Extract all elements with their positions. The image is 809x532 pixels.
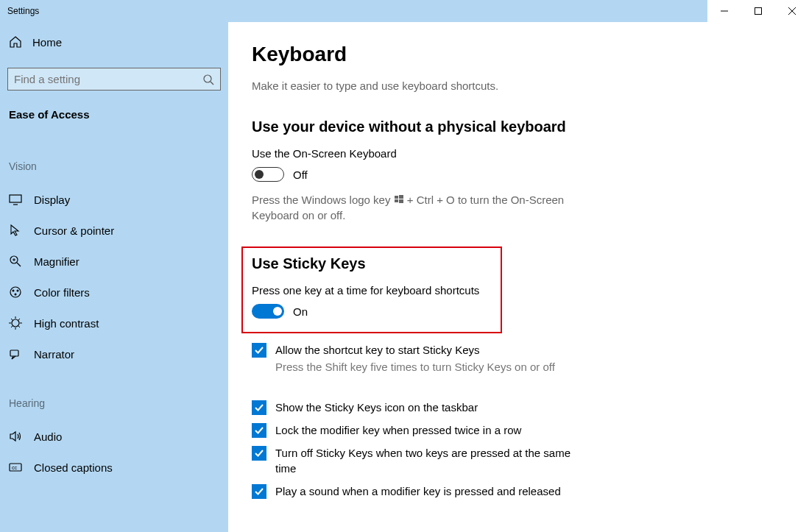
window-controls [707,0,809,22]
toggle-state-text: Off [293,169,308,181]
svg-line-21 [11,319,13,320]
sidebar-item-label: Audio [34,430,62,443]
turnoff-twokeys-checkbox[interactable] [252,446,266,461]
main-content: Keyboard Make it easier to type and use … [228,22,809,532]
sidebar-item-label: Display [34,194,70,206]
home-nav[interactable]: Home [7,29,221,54]
high-contrast-icon [9,316,22,330]
svg-point-15 [15,294,17,296]
sidebar-item-closed-captions[interactable]: cc Closed captions [7,452,221,483]
svg-text:cc: cc [12,465,18,470]
titlebar: Settings [0,0,809,22]
group-label-vision: Vision [7,156,221,177]
display-icon [9,193,22,206]
svg-rect-31 [399,199,403,203]
play-sound-label: Play a sound when a modifier key is pres… [275,483,561,499]
sidebar-item-color-filters[interactable]: Color filters [7,277,221,308]
magnifier-icon [9,255,22,268]
onscreen-keyboard-toggle[interactable] [252,167,284,182]
shortcut-hint: Press the Shift key five times to turn S… [275,361,791,373]
page-title: Keyboard [252,43,791,66]
closed-captions-icon: cc [9,461,22,474]
sidebar-item-label: High contrast [34,317,99,330]
play-sound-checkbox[interactable] [252,484,266,499]
svg-rect-29 [399,195,403,199]
turnoff-twokeys-label: Turn off Sticky Keys when two keys are p… [275,445,592,476]
svg-rect-28 [395,196,398,199]
narrator-icon [9,347,22,361]
sidebar-item-display[interactable]: Display [7,184,221,215]
sticky-keys-toggle[interactable] [252,304,284,319]
page-subtitle: Make it easier to type and use keyboard … [252,79,791,92]
maximize-button[interactable] [741,0,775,22]
sidebar-item-cursor[interactable]: Cursor & pointer [7,215,221,246]
lock-modifier-checkbox[interactable] [252,423,266,438]
svg-point-12 [10,287,21,297]
section-heading-device: Use your device without a physical keybo… [252,118,791,135]
sidebar-section-title: Ease of Access [7,104,221,125]
sticky-keys-highlight: Use Sticky Keys Press one key at a time … [241,247,502,333]
sidebar-item-narrator[interactable]: Narrator [7,338,221,369]
svg-rect-30 [395,199,398,202]
onscreen-keyboard-hint: Press the Windows logo key + Ctrl + O to… [252,192,605,223]
sticky-keys-label: Press one key at a time for keyboard sho… [252,284,492,297]
svg-rect-1 [755,8,762,15]
svg-point-16 [12,319,19,327]
section-heading-sticky: Use Sticky Keys [252,255,492,272]
window-title: Settings [0,6,707,16]
svg-rect-6 [10,195,21,202]
sidebar-item-high-contrast[interactable]: High contrast [7,308,221,338]
svg-line-23 [11,326,13,327]
group-label-hearing: Hearing [7,393,221,414]
allow-shortcut-label: Allow the shortcut key to start Sticky K… [275,342,480,358]
svg-line-5 [211,82,213,85]
sidebar-item-label: Magnifier [34,255,80,268]
lock-modifier-label: Lock the modifier key when pressed twice… [275,422,521,438]
svg-point-13 [13,290,15,292]
toggle-state-text: On [293,305,308,318]
search-input[interactable] [14,73,202,85]
svg-line-22 [18,326,20,327]
svg-point-4 [204,75,211,82]
allow-shortcut-checkbox[interactable] [252,343,266,358]
svg-line-24 [18,319,20,320]
windows-logo-icon [395,192,403,201]
sidebar-item-audio[interactable]: Audio [7,421,221,452]
search-icon [202,74,214,85]
svg-rect-25 [10,350,18,356]
svg-point-14 [17,290,19,292]
minimize-button[interactable] [707,0,741,22]
sidebar-item-label: Closed captions [34,461,113,474]
svg-line-9 [17,263,21,266]
sidebar-item-label: Color filters [34,286,90,299]
home-label: Home [32,36,62,49]
sidebar-item-label: Cursor & pointer [34,224,114,237]
show-icon-checkbox[interactable] [252,400,266,415]
close-button[interactable] [775,0,809,22]
audio-icon [9,430,22,443]
show-icon-label: Show the Sticky Keys icon on the taskbar [275,400,478,415]
cursor-icon [9,224,22,237]
sidebar-item-label: Narrator [34,348,74,361]
home-icon [9,35,22,49]
sidebar-item-magnifier[interactable]: Magnifier [7,246,221,277]
sidebar: Home Ease of Access Vision Display Curso… [0,22,228,532]
color-filters-icon [9,285,22,299]
onscreen-keyboard-label: Use the On-Screen Keyboard [252,147,791,160]
search-box[interactable] [7,68,221,91]
